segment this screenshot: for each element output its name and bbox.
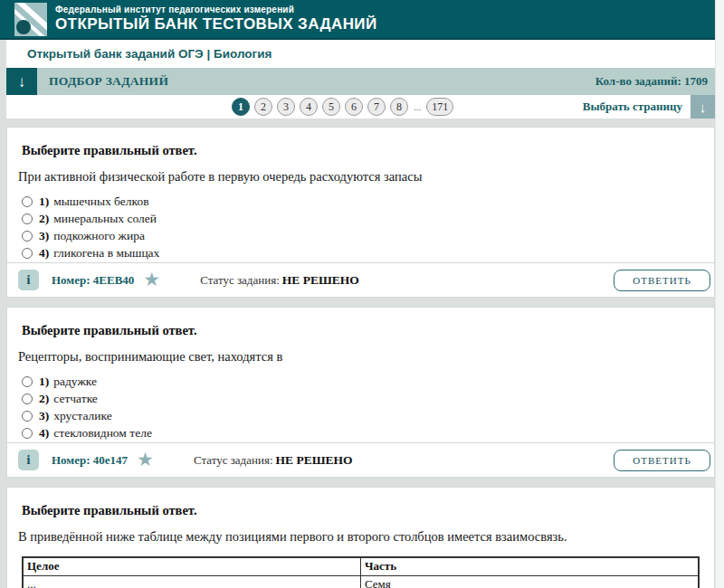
option-number: 3) <box>39 229 49 243</box>
arrow-down-icon: ↓ <box>700 100 707 114</box>
option-number: 2) <box>39 212 49 226</box>
option-radio[interactable] <box>22 428 33 439</box>
page-button-last[interactable]: 171 <box>426 98 453 116</box>
page-button-8[interactable]: 8 <box>390 98 408 116</box>
info-icon: i <box>27 273 31 288</box>
table-cell: ... <box>23 575 361 588</box>
page-button-4[interactable]: 4 <box>300 98 318 116</box>
answer-option: 3) хрусталике <box>22 407 703 424</box>
info-button[interactable]: i <box>18 270 39 290</box>
answer-option: 1) радужке <box>22 373 703 390</box>
option-radio[interactable] <box>22 376 33 387</box>
favorite-star-icon[interactable]: ★ <box>143 270 160 289</box>
pagination-bar: 1 2 3 4 5 6 7 8 ... 171 Выбрать страницу… <box>6 95 715 119</box>
select-page-control: Выбрать страницу ↓ <box>583 95 715 119</box>
page-button-1[interactable]: 1 <box>232 98 250 116</box>
relation-table: Целое Часть ... Семя <box>22 556 700 588</box>
question-card-3: Выберите правильный ответ. В приведённой… <box>6 487 715 588</box>
info-button[interactable]: i <box>18 450 39 470</box>
option-radio[interactable] <box>22 394 33 404</box>
question-footer: i Номер: 40e147 ★ Статус задания:НЕ РЕШЕ… <box>7 442 714 477</box>
status-text: Статус задания:НЕ РЕШЕНО <box>200 273 359 288</box>
favorite-star-icon[interactable]: ★ <box>137 450 154 469</box>
status-value: НЕ РЕШЕНО <box>282 273 359 287</box>
table-header-cell: Часть <box>361 557 700 575</box>
answer-button[interactable]: ОТВЕТИТЬ <box>614 450 710 471</box>
page-button-5[interactable]: 5 <box>322 98 340 116</box>
status-text: Статус задания:НЕ РЕШЕНО <box>194 453 353 468</box>
fipi-logo-icon <box>14 3 47 36</box>
answer-option: 2) минеральных солей <box>22 210 703 227</box>
arrow-down-icon: ↓ <box>18 74 26 90</box>
option-label: хрусталике <box>53 409 111 423</box>
question-number: Номер: 4EEB40 <box>52 273 134 288</box>
select-page-button[interactable]: ↓ <box>691 95 715 119</box>
breadcrumb[interactable]: Открытый банк заданий ОГЭ | Биология <box>6 40 715 68</box>
page-button-6[interactable]: 6 <box>345 98 363 116</box>
question-body: Выберите правильный ответ. При активной … <box>7 128 714 262</box>
question-card-2: Выберите правильный ответ. Рецепторы, во… <box>6 307 715 478</box>
answer-option: 3) подкожного жира <box>22 227 703 244</box>
question-text: Рецепторы, воспринимающие свет, находятс… <box>18 349 703 365</box>
option-radio[interactable] <box>22 231 33 242</box>
status-label: Статус задания: <box>194 453 273 467</box>
answer-options: 1) мышечных белков 2) минеральных солей … <box>22 193 703 261</box>
question-card-1: Выберите правильный ответ. При активной … <box>6 127 715 298</box>
question-prompt: Выберите правильный ответ. <box>22 503 703 518</box>
question-body: Выберите правильный ответ. В приведённой… <box>7 488 714 588</box>
option-radio[interactable] <box>22 411 33 422</box>
page: Федеральный институт педагогических изме… <box>0 0 724 588</box>
option-number: 2) <box>39 392 49 406</box>
option-label: мышечных белков <box>53 194 148 209</box>
option-label: стекловидном теле <box>53 426 152 441</box>
option-label: гликогена в мышцах <box>53 246 159 261</box>
question-number: Номер: 40e147 <box>52 453 128 468</box>
question-prompt: Выберите правильный ответ. <box>22 323 703 338</box>
vertical-scrollbar[interactable] <box>715 0 724 588</box>
option-number: 3) <box>39 409 49 423</box>
option-label: минеральных солей <box>53 212 157 226</box>
site-title: ОТКРЫТЫЙ БАНК ТЕСТОВЫХ ЗАДАНИЙ <box>55 15 377 33</box>
answer-option: 4) стекловидном теле <box>22 424 703 441</box>
option-label: радужке <box>53 375 97 389</box>
answer-option: 2) сетчатке <box>22 390 703 407</box>
answer-option: 1) мышечных белков <box>22 193 703 210</box>
filter-bar: ↓ ПОДБОР ЗАДАНИЙ Кол-во заданий: 1709 <box>6 68 715 95</box>
option-label: сетчатке <box>53 392 98 406</box>
question-body: Выберите правильный ответ. Рецепторы, во… <box>7 308 714 442</box>
option-radio[interactable] <box>22 248 33 259</box>
info-icon: i <box>27 453 31 468</box>
table-row: ... Семя <box>23 575 699 588</box>
option-number: 4) <box>39 426 49 441</box>
header-text: Федеральный институт педагогических изме… <box>55 5 377 33</box>
org-name: Федеральный институт педагогических изме… <box>55 5 377 14</box>
table-cell: Семя <box>361 575 700 588</box>
select-page-label: Выбрать страницу <box>583 100 682 114</box>
collapse-filter-button[interactable]: ↓ <box>6 68 37 95</box>
pagination-ellipsis: ... <box>414 101 421 112</box>
option-label: подкожного жира <box>53 229 145 243</box>
option-number: 1) <box>39 194 49 209</box>
option-number: 1) <box>39 375 49 389</box>
tasks-count-label: Кол-во заданий: 1709 <box>595 74 708 89</box>
question-prompt: Выберите правильный ответ. <box>22 143 703 158</box>
page-button-7[interactable]: 7 <box>367 98 386 116</box>
option-number: 4) <box>39 246 49 261</box>
question-text: В приведённой ниже таблице между позиция… <box>18 529 703 545</box>
question-footer: i Номер: 4EEB40 ★ Статус задания:НЕ РЕШЕ… <box>7 262 714 297</box>
page-buttons: 1 2 3 4 5 6 7 8 ... 171 <box>232 98 453 116</box>
answer-button[interactable]: ОТВЕТИТЬ <box>614 270 710 291</box>
table-header-row: Целое Часть <box>23 557 699 575</box>
page-button-2[interactable]: 2 <box>254 98 272 116</box>
page-button-3[interactable]: 3 <box>277 98 295 116</box>
filter-title: ПОДБОР ЗАДАНИЙ <box>49 74 168 89</box>
breadcrumb-label[interactable]: Открытый банк заданий ОГЭ | Биология <box>27 47 272 61</box>
site-header: Федеральный институт педагогических изме… <box>0 0 715 40</box>
question-text: При активной физической работе в первую … <box>18 169 703 185</box>
option-radio[interactable] <box>22 196 33 207</box>
status-label: Статус задания: <box>200 273 280 287</box>
answer-options: 1) радужке 2) сетчатке 3) хрусталике 4) … <box>22 373 703 441</box>
answer-option: 4) гликогена в мышцах <box>22 244 703 261</box>
option-radio[interactable] <box>22 213 33 224</box>
table-header-cell: Целое <box>23 557 361 575</box>
